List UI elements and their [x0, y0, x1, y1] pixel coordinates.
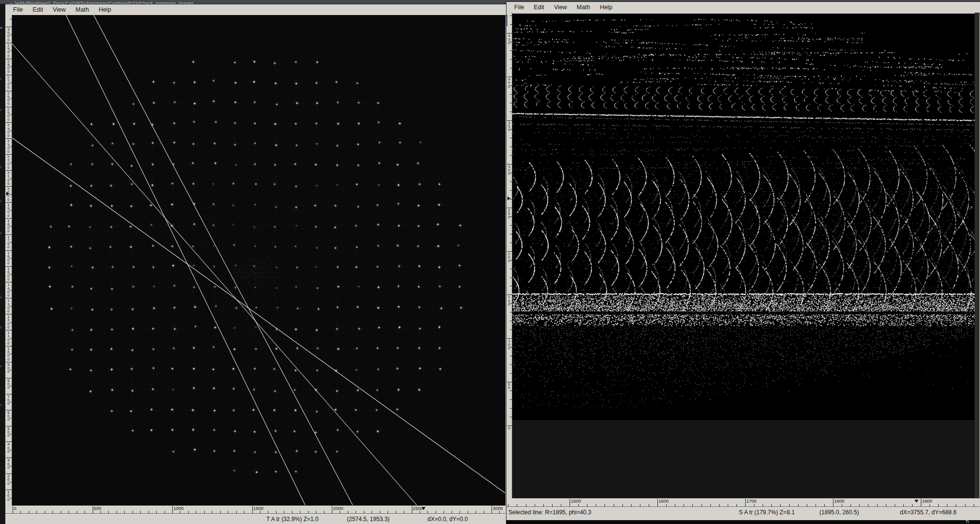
occluded-terminal-sliver: iiiiiiiii — [0, 4, 5, 524]
background-window-fragment: Ti — [506, 520, 980, 524]
image-viewport-sinogram[interactable] — [512, 14, 975, 420]
delta-readout: dX=0.0, dY=0.0 — [427, 516, 468, 523]
occluded-terminal-mark — [0, 27, 2, 29]
occluded-terminal-text: i — [0, 165, 1, 169]
occluded-terminal-text: i — [0, 108, 1, 112]
left-menubar: File Edit View Math Help — [5, 4, 506, 15]
menu-edit[interactable]: Edit — [529, 2, 549, 12]
selected-line-readout: Selected line: R=1895, phi=40.3 — [508, 509, 591, 516]
occluded-terminal-text: i — [0, 231, 1, 235]
cursor-coordinates-readout: (1895.0, 260.5) — [819, 509, 859, 516]
right-statusbar: Selected line: R=1895, phi=40.3 S A tr (… — [506, 507, 980, 520]
menu-help[interactable]: Help — [595, 2, 617, 12]
image-window-left: File Edit View Math Help T A tr (32.9%) … — [5, 4, 507, 524]
zoom-mode-readout: T A tr (32.9%) Z=1.0 — [266, 516, 319, 523]
cursor-coordinates-readout: (2574.5, 1953.3) — [347, 516, 390, 523]
menu-view[interactable]: View — [48, 5, 71, 15]
right-menubar: File Edit View Math Help — [506, 2, 980, 13]
vertical-ruler — [5, 15, 12, 506]
desktop: — [eddy@eighteen]: /Docs/CAO/PTA/Hartman… — [0, 0, 980, 524]
menu-math[interactable]: Math — [572, 2, 595, 12]
occluded-terminal-text: i — [0, 364, 1, 368]
left-statusbar: T A tr (32.9%) Z=1.0 (2574.5, 1953.3) dX… — [5, 514, 506, 524]
menu-view[interactable]: View — [549, 2, 572, 12]
occluded-terminal-text: i — [0, 77, 1, 81]
horizontal-ruler — [506, 498, 980, 507]
occluded-terminal-text: i — [0, 325, 1, 329]
background-window-fragment-text: Ti — [965, 520, 969, 524]
viewport-empty-area — [512, 420, 975, 498]
vruler-selection-accent — [506, 15, 507, 26]
menu-help[interactable]: Help — [94, 5, 116, 15]
occluded-terminal-text: i — [0, 403, 1, 407]
image-window-right: File Edit View Math Help Selected line: … — [506, 1, 980, 521]
occluded-terminal-text: i — [0, 199, 1, 203]
menu-file[interactable]: File — [509, 2, 529, 12]
zoom-mode-readout: S A tr (179.7%) Z=8.1 — [739, 509, 795, 516]
horizontal-ruler — [5, 506, 506, 514]
menu-math[interactable]: Math — [71, 5, 94, 15]
vertical-ruler — [506, 13, 512, 498]
menu-file[interactable]: File — [8, 5, 28, 15]
image-viewport-spot-grid[interactable] — [12, 15, 506, 506]
occluded-terminal-text: i — [0, 295, 1, 299]
delta-readout: dX=3755.7, dY=688.6 — [900, 509, 957, 516]
viewport-right-margin — [975, 13, 980, 498]
menu-edit[interactable]: Edit — [28, 5, 48, 15]
